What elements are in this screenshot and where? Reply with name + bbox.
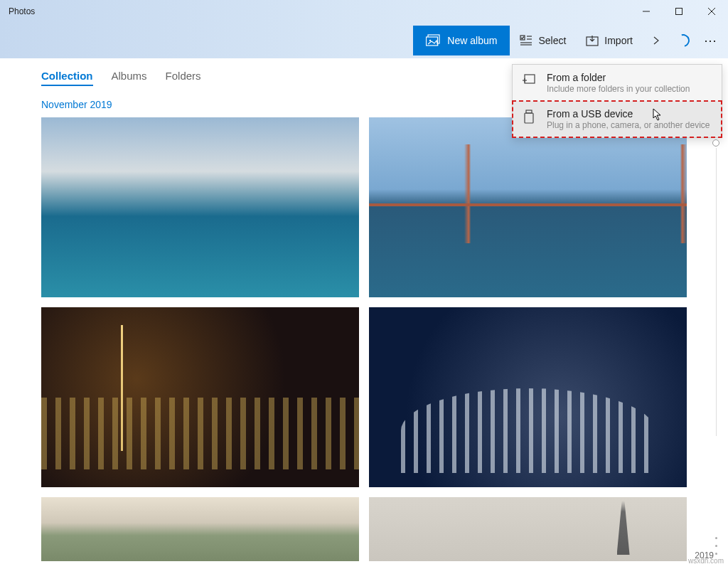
more-button[interactable]: ⋯ [697, 26, 725, 55]
folder-add-icon [523, 72, 537, 89]
svg-rect-1 [676, 9, 682, 15]
app-title: Photos [9, 6, 35, 16]
window-controls [630, 0, 728, 23]
import-icon [586, 35, 599, 46]
import-folder-subtitle: Include more folders in your collection [547, 84, 712, 94]
toolbar: New album Select Import ⋯ [0, 23, 728, 58]
import-label: Import [604, 35, 633, 46]
overflow-chevron-button[interactable] [643, 26, 670, 55]
import-from-folder[interactable]: From a folder Include more folders in yo… [513, 65, 722, 101]
usb-device-icon [523, 108, 537, 127]
tab-collection[interactable]: Collection [41, 70, 93, 86]
import-from-usb[interactable]: From a USB device Plug in a phone, camer… [513, 101, 722, 137]
new-album-icon [426, 34, 440, 47]
watermark: wsxdn.com [688, 557, 724, 565]
timeline-dot [715, 545, 717, 547]
timeline-marks [715, 537, 717, 555]
svg-rect-16 [526, 110, 532, 113]
svg-rect-13 [525, 75, 535, 83]
cursor-icon [653, 108, 663, 121]
tab-folders[interactable]: Folders [166, 70, 201, 86]
new-album-label: New album [447, 35, 497, 46]
tab-albums[interactable]: Albums [112, 70, 147, 86]
maximize-button[interactable] [663, 0, 695, 23]
timeline-track [716, 148, 717, 436]
close-button[interactable] [695, 0, 728, 23]
import-usb-title: From a USB device [547, 108, 712, 119]
photo-thumbnail[interactable] [369, 497, 687, 561]
photo-thumbnail[interactable] [41, 307, 359, 487]
photo-thumbnail[interactable] [41, 117, 359, 297]
photo-thumbnail[interactable] [369, 307, 687, 487]
svg-rect-17 [525, 113, 533, 123]
photo-thumbnail[interactable] [41, 497, 359, 561]
select-button[interactable]: Select [510, 26, 576, 55]
timeline-scrollbar[interactable] [712, 139, 719, 555]
minimize-button[interactable] [630, 0, 663, 23]
loading-spinner-icon [675, 32, 692, 50]
timeline-dot [715, 537, 717, 539]
import-button[interactable]: Import [576, 26, 643, 55]
photo-grid [0, 117, 728, 561]
import-menu: From a folder Include more folders in yo… [512, 64, 722, 138]
timeline-dot [715, 553, 717, 555]
svg-point-6 [429, 40, 431, 41]
timeline-handle[interactable] [712, 139, 719, 147]
new-album-button[interactable]: New album [413, 26, 510, 55]
import-usb-subtitle: Plug in a phone, camera, or another devi… [547, 120, 712, 130]
chevron-right-icon [653, 36, 660, 46]
more-icon: ⋯ [704, 33, 718, 48]
select-label: Select [538, 35, 566, 46]
titlebar: Photos [0, 0, 728, 23]
photo-thumbnail[interactable] [369, 117, 687, 297]
select-icon [520, 35, 532, 46]
import-folder-title: From a folder [547, 72, 712, 83]
